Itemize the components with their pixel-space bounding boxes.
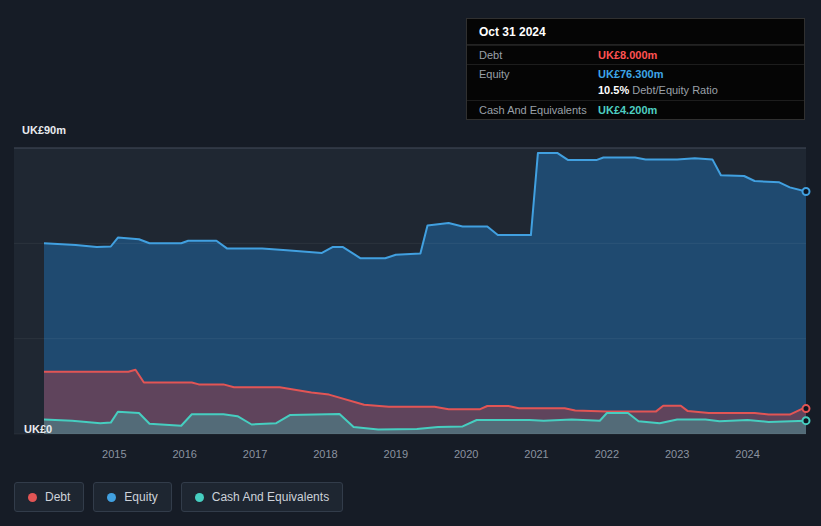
legend-item-equity[interactable]: Equity bbox=[93, 482, 171, 512]
tooltip-value-equity: UK£76.300m bbox=[598, 68, 663, 80]
tooltip-label-debt: Debt bbox=[479, 49, 598, 61]
tooltip-label-cash: Cash And Equivalents bbox=[479, 104, 598, 116]
debt-series-dot-icon bbox=[28, 493, 37, 502]
tooltip-row-debt: Debt UK£8.000m bbox=[467, 45, 804, 64]
endpoint-marker-cash-and-equivalents[interactable] bbox=[803, 417, 810, 424]
chart-legend: Debt Equity Cash And Equivalents bbox=[14, 482, 343, 512]
y-axis-top-label: UK£90m bbox=[22, 124, 66, 136]
equity-series-dot-icon bbox=[107, 493, 116, 502]
chart-tooltip: Oct 31 2024 Debt UK£8.000m Equity UK£76.… bbox=[466, 18, 805, 120]
x-axis-label-2016: 2016 bbox=[163, 448, 207, 460]
x-axis-label-2019: 2019 bbox=[374, 448, 418, 460]
x-axis-label-2024: 2024 bbox=[726, 448, 770, 460]
tooltip-date: Oct 31 2024 bbox=[467, 19, 804, 45]
x-axis-label-2017: 2017 bbox=[233, 448, 277, 460]
cash-series-dot-icon bbox=[195, 493, 204, 502]
x-axis-label-2015: 2015 bbox=[92, 448, 136, 460]
legend-item-debt[interactable]: Debt bbox=[14, 482, 84, 512]
tooltip-label-equity: Equity bbox=[479, 68, 598, 80]
tooltip-value-debt: UK£8.000m bbox=[598, 49, 657, 61]
x-axis-label-2021: 2021 bbox=[515, 448, 559, 460]
x-axis-label-2018: 2018 bbox=[303, 448, 347, 460]
legend-label-cash: Cash And Equivalents bbox=[212, 490, 329, 504]
legend-item-cash[interactable]: Cash And Equivalents bbox=[181, 482, 343, 512]
endpoint-marker-equity[interactable] bbox=[803, 188, 810, 195]
legend-label-debt: Debt bbox=[45, 490, 70, 504]
x-axis-label-2022: 2022 bbox=[585, 448, 629, 460]
y-axis-bottom-label: UK£0 bbox=[24, 423, 52, 435]
ratio-value: 10.5% bbox=[598, 84, 629, 96]
x-axis-label-2023: 2023 bbox=[655, 448, 699, 460]
x-axis-label-2020: 2020 bbox=[444, 448, 488, 460]
tooltip-row-cash: Cash And Equivalents UK£4.200m bbox=[467, 100, 804, 119]
tooltip-row-equity: Equity UK£76.300m bbox=[467, 64, 804, 83]
legend-label-equity: Equity bbox=[124, 490, 157, 504]
tooltip-value-cash: UK£4.200m bbox=[598, 104, 657, 116]
tooltip-debt-equity-ratio: 10.5% Debt/Equity Ratio bbox=[467, 83, 804, 100]
endpoint-marker-debt[interactable] bbox=[803, 405, 810, 412]
debt-equity-history-chart: UK£90m UK£0 2015201620172018201920202021… bbox=[0, 0, 821, 526]
ratio-caption: Debt/Equity Ratio bbox=[629, 84, 718, 96]
